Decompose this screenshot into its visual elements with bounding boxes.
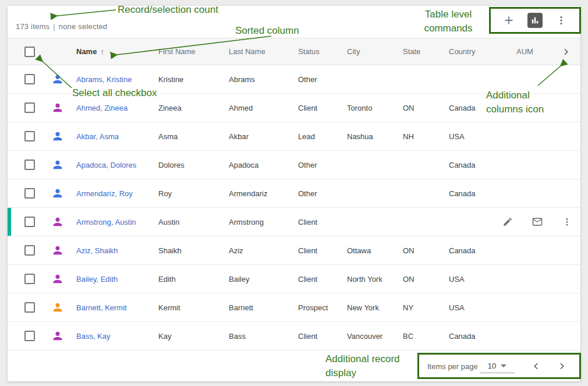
page-size-select[interactable]: 10 bbox=[480, 359, 515, 373]
cell-status: Lead bbox=[298, 132, 347, 141]
cell-first-name: Kristine bbox=[158, 75, 229, 84]
chart-view-button[interactable] bbox=[527, 12, 543, 29]
column-header-name[interactable]: Name ↑ bbox=[76, 47, 158, 56]
cell-first-name: Austin bbox=[158, 218, 229, 226]
cell-country: Canada bbox=[449, 246, 507, 255]
row-checkbox[interactable] bbox=[24, 188, 35, 199]
sort-ascending-icon: ↑ bbox=[100, 47, 104, 56]
items-per-page-label: Items per page bbox=[427, 362, 478, 370]
select-all-checkbox[interactable] bbox=[24, 47, 35, 57]
cell-last-name: Bass bbox=[229, 332, 298, 341]
table-row: Apadoca, Dolores Dolores Apadoca Other C… bbox=[8, 151, 580, 179]
column-header-state[interactable]: State bbox=[403, 47, 449, 56]
next-page-button[interactable] bbox=[553, 355, 571, 377]
email-button[interactable] bbox=[532, 216, 543, 228]
annotation-select-all: Select all checkbox bbox=[72, 86, 157, 100]
column-header-last-name[interactable]: Last Name bbox=[229, 47, 298, 56]
table-more-menu-button[interactable] bbox=[553, 12, 569, 29]
column-header-first-name[interactable]: First Name bbox=[158, 47, 229, 56]
person-icon bbox=[51, 244, 64, 257]
contact-name-link[interactable]: Akbar, Asma bbox=[76, 132, 119, 141]
column-header-country[interactable]: Country bbox=[449, 47, 507, 56]
table-row: Armendariz, Roy Roy Armendariz Other Can… bbox=[8, 179, 580, 208]
pagination-controls: Items per page 10 bbox=[417, 353, 581, 379]
annotation-record-count: Record/selection count bbox=[118, 3, 218, 17]
column-header-status[interactable]: Status bbox=[298, 47, 347, 56]
add-record-button[interactable] bbox=[501, 12, 517, 29]
annotation-table-commands: Table level commands bbox=[414, 8, 483, 36]
record-count-text: 173 items bbox=[16, 22, 49, 31]
annotation-additional-record: Additional record display bbox=[325, 352, 400, 380]
selection-count-text: none selected bbox=[59, 22, 108, 31]
cell-city: Vancouver bbox=[347, 332, 403, 341]
cell-last-name: Apadoca bbox=[229, 161, 298, 169]
row-checkbox[interactable] bbox=[24, 74, 35, 84]
previous-page-button[interactable] bbox=[527, 355, 545, 377]
person-icon bbox=[51, 330, 64, 342]
cell-last-name: Akbar bbox=[229, 132, 298, 141]
row-checkbox[interactable] bbox=[24, 302, 35, 313]
person-icon bbox=[51, 187, 64, 200]
person-icon bbox=[51, 272, 64, 285]
additional-columns-chevron-icon[interactable] bbox=[561, 47, 571, 56]
contact-name-link[interactable]: Armendariz, Roy bbox=[76, 189, 133, 198]
contact-name-link[interactable]: Ahmed, Zineea bbox=[76, 104, 127, 112]
table-row: Akbar, Asma Asma Akbar Lead Nashua NH US… bbox=[8, 122, 580, 151]
edit-button[interactable] bbox=[502, 216, 513, 228]
cell-first-name: Kermit bbox=[158, 303, 229, 312]
cell-state: ON bbox=[403, 104, 449, 112]
row-more-menu-button[interactable] bbox=[561, 216, 573, 228]
cell-first-name: Zineea bbox=[158, 104, 229, 112]
row-checkbox[interactable] bbox=[24, 245, 35, 256]
cell-country: USA bbox=[449, 275, 507, 284]
plus-icon bbox=[502, 14, 515, 27]
cell-status: Client bbox=[298, 246, 347, 255]
cell-country: Canada bbox=[449, 161, 507, 169]
table-header-row: Name ↑ First Name Last Name Status City … bbox=[8, 38, 580, 65]
row-checkbox[interactable] bbox=[24, 331, 35, 341]
table-row: Armstrong, Austin Austin Armstrong Clien… bbox=[8, 208, 580, 236]
cell-first-name: Dolores bbox=[158, 161, 229, 169]
cell-status: Other bbox=[298, 161, 347, 169]
column-header-city[interactable]: City bbox=[347, 47, 403, 56]
count-separator: | bbox=[53, 22, 55, 31]
chevron-left-icon bbox=[532, 362, 541, 371]
contact-name-link[interactable]: Bailey, Edith bbox=[76, 275, 118, 284]
contact-name-link[interactable]: Aziz, Shaikh bbox=[76, 246, 118, 255]
cell-state: NH bbox=[403, 132, 449, 141]
contact-name-link[interactable]: Armstrong, Austin bbox=[76, 218, 136, 226]
row-checkbox[interactable] bbox=[24, 131, 35, 141]
row-checkbox[interactable] bbox=[24, 274, 35, 284]
cell-last-name: Barnett bbox=[229, 303, 298, 312]
dropdown-caret-icon bbox=[501, 364, 506, 367]
cell-last-name: Abrams bbox=[229, 75, 298, 84]
person-icon bbox=[51, 215, 64, 228]
more-vert-icon bbox=[555, 15, 567, 26]
chevron-right-icon bbox=[557, 362, 566, 371]
cell-city: Ottawa bbox=[347, 246, 403, 255]
cell-state: ON bbox=[403, 246, 449, 255]
cell-last-name: Armstrong bbox=[229, 218, 298, 226]
row-checkbox[interactable] bbox=[24, 102, 35, 113]
cell-last-name: Armendariz bbox=[229, 189, 298, 198]
page: { "summary": { "count": "173 items", "se… bbox=[0, 0, 588, 386]
record-selection-count: 173 items|none selected bbox=[16, 22, 107, 31]
contact-name-link[interactable]: Apadoca, Dolores bbox=[76, 161, 136, 169]
person-icon bbox=[51, 301, 64, 314]
cell-first-name: Edith bbox=[158, 275, 229, 284]
row-checkbox[interactable] bbox=[24, 160, 35, 170]
cell-status: Other bbox=[298, 189, 347, 198]
column-header-aum[interactable]: AUM bbox=[507, 47, 551, 56]
contact-name-link[interactable]: Bass, Kay bbox=[76, 332, 111, 341]
contact-name-link[interactable]: Abrams, Kristine bbox=[76, 75, 132, 84]
table-row: Bass, Kay Kay Bass Client Vancouver BC C… bbox=[8, 322, 580, 350]
cell-country: USA bbox=[449, 303, 507, 312]
contact-list-card: 173 items|none selected Name ↑ First Nam… bbox=[8, 6, 580, 381]
cell-first-name: Roy bbox=[158, 189, 229, 198]
contact-name-link[interactable]: Barnett, Kermit bbox=[76, 303, 127, 312]
cell-city: Nashua bbox=[347, 132, 403, 141]
row-checkbox[interactable] bbox=[24, 217, 35, 227]
cell-first-name: Shaikh bbox=[158, 246, 229, 255]
annotation-sorted-column: Sorted column bbox=[235, 24, 299, 38]
cell-last-name: Aziz bbox=[229, 246, 298, 255]
